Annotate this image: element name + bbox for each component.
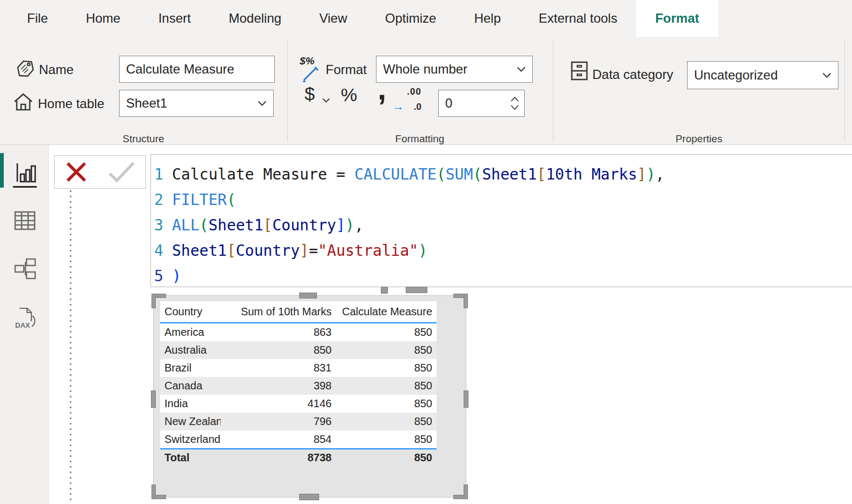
cell: 854 xyxy=(221,433,332,446)
menu-tab-home[interactable]: Home xyxy=(67,0,140,37)
column-header-sum-10th-marks[interactable]: Sum of 10th Marks xyxy=(221,306,332,318)
cell: 796 xyxy=(221,415,332,428)
resize-handle-top-center[interactable] xyxy=(299,293,317,299)
decimal-places-icon-button[interactable]: .00 → .0 xyxy=(392,87,422,114)
table-row-switzerland[interactable]: Switzerland854850 xyxy=(160,430,437,448)
data-category-value: Uncategorized xyxy=(694,68,822,83)
formula-bar-dotted-divider xyxy=(70,190,71,504)
code-line-1[interactable]: 1Calculate Measure = CALCULATE(SUM(Sheet… xyxy=(151,162,852,187)
line-number: 2 xyxy=(154,187,168,213)
table-view-icon[interactable] xyxy=(13,209,37,233)
cell: 831 xyxy=(221,362,332,374)
menu-tab-modeling[interactable]: Modeling xyxy=(210,0,300,37)
resize-handle-top-left[interactable] xyxy=(151,294,166,308)
table-row-new-zealand[interactable]: New Zealand796850 xyxy=(160,413,437,430)
chevron-down-icon xyxy=(822,72,831,78)
resize-handle-bottom-center[interactable] xyxy=(299,494,319,500)
cell: Brazil xyxy=(160,362,221,374)
line-number: 3 xyxy=(154,213,168,238)
table-row-india[interactable]: India4146850 xyxy=(160,395,437,413)
decimal-places-spinner[interactable]: 0 xyxy=(438,90,525,117)
resize-handle-middle-right[interactable] xyxy=(464,390,468,408)
resize-handle-top-right[interactable] xyxy=(453,294,468,308)
spinner-down-icon[interactable] xyxy=(511,105,519,110)
code-line-4[interactable]: 4Sheet1[Country]="Australia") xyxy=(151,238,852,263)
percent-format-button[interactable]: % xyxy=(341,84,357,105)
table-header-row: Country Sum of 10th Marks Calculate Meas… xyxy=(160,301,437,323)
cell: 398 xyxy=(221,380,332,392)
table-body: America863850Australia850850Brazil831850… xyxy=(160,323,437,448)
canvas-area: DAX 1Calculate Measure = CALCULATE(SUM(S… xyxy=(0,145,852,504)
cell: 4146 xyxy=(221,397,332,410)
formatting-caption: Formatting xyxy=(339,133,501,145)
total-calculate-measure: 850 xyxy=(332,452,432,464)
format-dollar-percent-icon: $% xyxy=(299,55,323,83)
total-label: Total xyxy=(160,452,221,464)
menu-tab-format[interactable]: Format xyxy=(636,0,718,37)
structure-caption: Structure xyxy=(62,133,224,145)
table-row-canada[interactable]: Canada398850 xyxy=(160,377,437,395)
line-number: 4 xyxy=(154,238,168,263)
currency-format-button[interactable]: $ xyxy=(305,83,315,104)
model-view-icon[interactable] xyxy=(13,257,37,281)
currency-dropdown-chevron-icon[interactable] xyxy=(322,98,330,103)
line-number: 5 xyxy=(154,263,168,287)
commit-formula-button[interactable] xyxy=(107,160,136,184)
menu-tab-help[interactable]: Help xyxy=(455,0,519,37)
chevron-down-icon xyxy=(517,67,526,72)
properties-caption: Properties xyxy=(618,133,780,145)
report-view-icon[interactable] xyxy=(13,161,37,185)
visual-header-handle-icon[interactable] xyxy=(381,287,388,294)
cell: 850 xyxy=(332,397,432,410)
thousands-separator-button[interactable]: , xyxy=(378,70,386,107)
menu-tab-file[interactable]: File xyxy=(27,0,67,37)
name-label: Name xyxy=(39,62,74,77)
visual-header-grip-icon[interactable] xyxy=(406,287,427,293)
cell: 850 xyxy=(332,326,432,339)
column-header-country[interactable]: Country xyxy=(160,306,221,318)
resize-handle-bottom-left[interactable] xyxy=(151,485,166,499)
menu-tab-insert[interactable]: Insert xyxy=(140,0,210,37)
report-view-underline xyxy=(13,186,37,188)
cancel-formula-button[interactable] xyxy=(64,160,89,184)
ribbon-group-divider xyxy=(844,40,845,142)
home-table-label: Home table xyxy=(38,96,104,111)
table-row-australia[interactable]: Australia850850 xyxy=(160,341,437,359)
menu-tab-external-tools[interactable]: External tools xyxy=(520,0,636,37)
resize-handle-bottom-right[interactable] xyxy=(453,485,468,499)
table-total-row: Total 8738 850 xyxy=(160,448,437,466)
code-line-3[interactable]: 3ALL(Sheet1[Country]), xyxy=(151,213,852,238)
table-row-brazil[interactable]: Brazil831850 xyxy=(160,359,437,377)
active-view-indicator xyxy=(0,153,4,188)
spinner-up-icon[interactable] xyxy=(511,97,519,102)
table-visual: Country Sum of 10th Marks Calculate Meas… xyxy=(160,301,437,466)
format-select[interactable]: Whole number xyxy=(376,56,533,83)
format-label: Format xyxy=(326,62,367,77)
table-visual-container[interactable]: Country Sum of 10th Marks Calculate Meas… xyxy=(153,295,466,498)
resize-handle-middle-left[interactable] xyxy=(151,390,156,408)
cell: 863 xyxy=(221,326,332,339)
home-table-select[interactable]: Sheet1 xyxy=(119,90,274,117)
cell: 850 xyxy=(332,362,432,374)
code-line-2[interactable]: 2FILTER( xyxy=(151,187,852,213)
menu-bar: FileHomeInsertModelingViewOptimizeHelpEx… xyxy=(0,0,852,37)
column-header-calculate-measure[interactable]: Calculate Measure xyxy=(332,306,432,318)
menu-tab-optimize[interactable]: Optimize xyxy=(366,0,455,37)
dax-query-view-icon[interactable]: DAX xyxy=(13,306,37,330)
code-line-5[interactable]: 5) xyxy=(151,263,852,287)
dax-formula-editor[interactable]: 1Calculate Measure = CALCULATE(SUM(Sheet… xyxy=(150,154,852,287)
svg-text:DAX: DAX xyxy=(15,321,30,329)
measure-name-input[interactable] xyxy=(119,56,275,83)
cell: 850 xyxy=(332,433,432,446)
ribbon-group-divider xyxy=(553,40,553,142)
cell: America xyxy=(160,326,221,339)
menu-tab-view[interactable]: View xyxy=(300,0,366,37)
table-row-america[interactable]: America863850 xyxy=(160,323,437,341)
decimal-places-value: 0 xyxy=(445,96,452,111)
tag-icon xyxy=(14,57,36,79)
cell: Canada xyxy=(160,380,221,392)
data-category-select[interactable]: Uncategorized xyxy=(687,61,838,89)
cell: 850 xyxy=(221,344,332,356)
data-category-cabinet-icon xyxy=(570,61,589,81)
line-number: 1 xyxy=(154,162,168,187)
